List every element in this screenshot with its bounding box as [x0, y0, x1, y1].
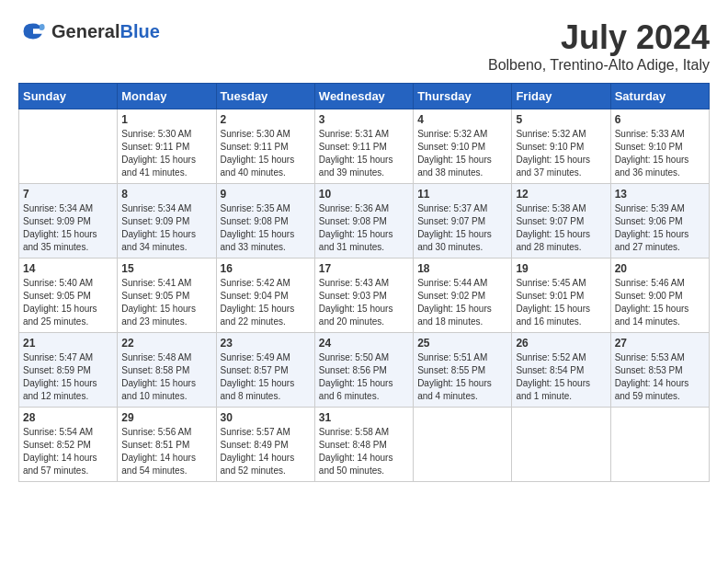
calendar-table: SundayMondayTuesdayWednesdayThursdayFrid…	[18, 83, 710, 482]
calendar-cell: 8Sunrise: 5:34 AMSunset: 9:09 PMDaylight…	[118, 184, 216, 259]
day-info: Sunrise: 5:38 AMSunset: 9:07 PMDaylight:…	[516, 202, 606, 254]
day-number: 30	[221, 411, 311, 424]
calendar-cell: 24Sunrise: 5:50 AMSunset: 8:56 PMDayligh…	[314, 333, 413, 408]
day-info: Sunrise: 5:58 AMSunset: 8:48 PMDaylight:…	[319, 426, 409, 477]
day-number: 27	[615, 337, 705, 350]
calendar-cell: 17Sunrise: 5:43 AMSunset: 9:03 PMDayligh…	[314, 259, 413, 333]
calendar-header: SundayMondayTuesdayWednesdayThursdayFrid…	[19, 84, 710, 109]
calendar-week-2: 7Sunrise: 5:34 AMSunset: 9:09 PMDaylight…	[19, 184, 710, 259]
calendar-cell: 10Sunrise: 5:36 AMSunset: 9:08 PMDayligh…	[314, 184, 413, 259]
calendar-cell: 31Sunrise: 5:58 AMSunset: 8:48 PMDayligh…	[314, 408, 413, 482]
weekday-header-row: SundayMondayTuesdayWednesdayThursdayFrid…	[19, 84, 710, 109]
day-number: 12	[516, 188, 606, 201]
day-info: Sunrise: 5:42 AMSunset: 9:04 PMDaylight:…	[221, 277, 311, 328]
day-number: 8	[121, 188, 211, 201]
calendar-week-3: 14Sunrise: 5:40 AMSunset: 9:05 PMDayligh…	[19, 259, 710, 333]
calendar-cell: 3Sunrise: 5:31 AMSunset: 9:11 PMDaylight…	[314, 109, 413, 184]
day-info: Sunrise: 5:39 AMSunset: 9:06 PMDaylight:…	[615, 202, 705, 254]
calendar-cell	[512, 408, 610, 482]
day-number: 6	[615, 113, 705, 126]
day-number: 1	[121, 113, 211, 126]
calendar-cell	[19, 109, 118, 184]
day-info: Sunrise: 5:34 AMSunset: 9:09 PMDaylight:…	[23, 202, 113, 254]
day-number: 29	[121, 411, 211, 424]
calendar-cell: 6Sunrise: 5:33 AMSunset: 9:10 PMDaylight…	[610, 109, 709, 184]
location-title: Bolbeno, Trentino-Alto Adige, Italy	[488, 57, 710, 74]
page-header: GeneralBlue July 2024 Bolbeno, Trentino-…	[18, 18, 710, 74]
day-number: 21	[23, 337, 113, 350]
day-info: Sunrise: 5:43 AMSunset: 9:03 PMDaylight:…	[319, 277, 409, 328]
day-number: 15	[121, 262, 211, 275]
calendar-cell: 5Sunrise: 5:32 AMSunset: 9:10 PMDaylight…	[512, 109, 610, 184]
calendar-cell: 25Sunrise: 5:51 AMSunset: 8:55 PMDayligh…	[414, 333, 512, 408]
calendar-cell: 9Sunrise: 5:35 AMSunset: 9:08 PMDaylight…	[216, 184, 314, 259]
day-info: Sunrise: 5:33 AMSunset: 9:10 PMDaylight:…	[615, 128, 705, 179]
calendar-cell: 11Sunrise: 5:37 AMSunset: 9:07 PMDayligh…	[414, 184, 512, 259]
calendar-cell	[414, 408, 512, 482]
calendar-cell: 26Sunrise: 5:52 AMSunset: 8:54 PMDayligh…	[512, 333, 610, 408]
day-info: Sunrise: 5:37 AMSunset: 9:07 PMDaylight:…	[417, 202, 507, 254]
day-number: 2	[221, 113, 311, 126]
day-info: Sunrise: 5:48 AMSunset: 8:58 PMDaylight:…	[121, 351, 211, 403]
day-number: 14	[23, 262, 113, 275]
calendar-cell: 18Sunrise: 5:44 AMSunset: 9:02 PMDayligh…	[414, 259, 512, 333]
calendar-cell: 12Sunrise: 5:38 AMSunset: 9:07 PMDayligh…	[512, 184, 610, 259]
calendar-body: 1Sunrise: 5:30 AMSunset: 9:11 PMDaylight…	[19, 109, 710, 482]
logo-text: GeneralBlue	[51, 21, 160, 41]
day-info: Sunrise: 5:49 AMSunset: 8:57 PMDaylight:…	[221, 351, 311, 403]
day-number: 5	[516, 113, 606, 126]
day-info: Sunrise: 5:50 AMSunset: 8:56 PMDaylight:…	[319, 351, 409, 403]
weekday-header-tuesday: Tuesday	[216, 84, 314, 109]
day-number: 28	[23, 411, 113, 424]
calendar-cell: 19Sunrise: 5:45 AMSunset: 9:01 PMDayligh…	[512, 259, 610, 333]
day-number: 3	[319, 113, 409, 126]
calendar-cell: 23Sunrise: 5:49 AMSunset: 8:57 PMDayligh…	[216, 333, 314, 408]
day-info: Sunrise: 5:47 AMSunset: 8:59 PMDaylight:…	[23, 351, 113, 403]
calendar-cell: 4Sunrise: 5:32 AMSunset: 9:10 PMDaylight…	[414, 109, 512, 184]
day-number: 10	[319, 188, 409, 201]
day-info: Sunrise: 5:31 AMSunset: 9:11 PMDaylight:…	[319, 128, 409, 179]
day-number: 26	[516, 337, 606, 350]
day-info: Sunrise: 5:53 AMSunset: 8:53 PMDaylight:…	[615, 351, 705, 403]
logo: GeneralBlue	[18, 18, 160, 44]
day-info: Sunrise: 5:45 AMSunset: 9:01 PMDaylight:…	[516, 277, 606, 328]
day-number: 7	[23, 188, 113, 201]
weekday-header-sunday: Sunday	[19, 84, 118, 109]
day-info: Sunrise: 5:56 AMSunset: 8:51 PMDaylight:…	[121, 426, 211, 477]
day-info: Sunrise: 5:52 AMSunset: 8:54 PMDaylight:…	[516, 351, 606, 403]
day-info: Sunrise: 5:36 AMSunset: 9:08 PMDaylight:…	[319, 202, 409, 254]
calendar-cell: 27Sunrise: 5:53 AMSunset: 8:53 PMDayligh…	[610, 333, 709, 408]
calendar-cell: 15Sunrise: 5:41 AMSunset: 9:05 PMDayligh…	[118, 259, 216, 333]
weekday-header-thursday: Thursday	[414, 84, 512, 109]
day-number: 9	[221, 188, 311, 201]
day-info: Sunrise: 5:30 AMSunset: 9:11 PMDaylight:…	[221, 128, 311, 179]
month-title: July 2024	[488, 18, 710, 57]
day-number: 31	[319, 411, 409, 424]
day-info: Sunrise: 5:46 AMSunset: 9:00 PMDaylight:…	[615, 277, 705, 328]
day-info: Sunrise: 5:54 AMSunset: 8:52 PMDaylight:…	[23, 426, 113, 477]
calendar-cell: 21Sunrise: 5:47 AMSunset: 8:59 PMDayligh…	[19, 333, 118, 408]
calendar-cell: 29Sunrise: 5:56 AMSunset: 8:51 PMDayligh…	[118, 408, 216, 482]
calendar-cell: 22Sunrise: 5:48 AMSunset: 8:58 PMDayligh…	[118, 333, 216, 408]
day-number: 17	[319, 262, 409, 275]
calendar-week-4: 21Sunrise: 5:47 AMSunset: 8:59 PMDayligh…	[19, 333, 710, 408]
day-info: Sunrise: 5:30 AMSunset: 9:11 PMDaylight:…	[121, 128, 211, 179]
calendar-cell	[610, 408, 709, 482]
calendar-week-1: 1Sunrise: 5:30 AMSunset: 9:11 PMDaylight…	[19, 109, 710, 184]
day-info: Sunrise: 5:51 AMSunset: 8:55 PMDaylight:…	[417, 351, 507, 403]
calendar-cell: 28Sunrise: 5:54 AMSunset: 8:52 PMDayligh…	[19, 408, 118, 482]
calendar-cell: 2Sunrise: 5:30 AMSunset: 9:11 PMDaylight…	[216, 109, 314, 184]
day-info: Sunrise: 5:44 AMSunset: 9:02 PMDaylight:…	[417, 277, 507, 328]
logo-icon	[20, 18, 46, 44]
calendar-cell: 13Sunrise: 5:39 AMSunset: 9:06 PMDayligh…	[610, 184, 709, 259]
calendar-week-5: 28Sunrise: 5:54 AMSunset: 8:52 PMDayligh…	[19, 408, 710, 482]
day-info: Sunrise: 5:34 AMSunset: 9:09 PMDaylight:…	[121, 202, 211, 254]
day-info: Sunrise: 5:32 AMSunset: 9:10 PMDaylight:…	[417, 128, 507, 179]
day-number: 4	[417, 113, 507, 126]
weekday-header-saturday: Saturday	[610, 84, 709, 109]
weekday-header-monday: Monday	[118, 84, 216, 109]
calendar-cell: 1Sunrise: 5:30 AMSunset: 9:11 PMDaylight…	[118, 109, 216, 184]
day-number: 20	[615, 262, 705, 275]
day-info: Sunrise: 5:41 AMSunset: 9:05 PMDaylight:…	[121, 277, 211, 328]
day-number: 23	[221, 337, 311, 350]
